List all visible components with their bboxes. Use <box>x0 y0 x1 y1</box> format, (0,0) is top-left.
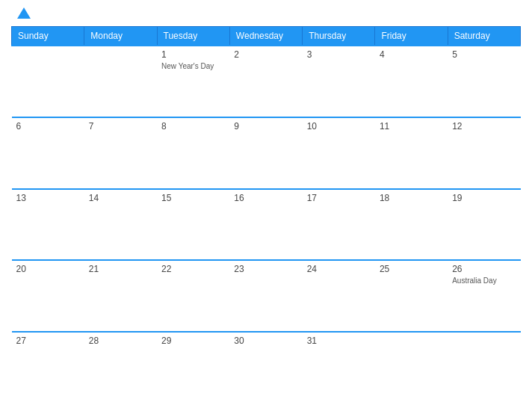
calendar-day-cell: 15 <box>157 189 229 261</box>
day-number: 17 <box>307 193 371 203</box>
calendar-day-cell: 5 <box>448 46 520 117</box>
calendar-day-cell: 24 <box>303 260 375 332</box>
day-number: 28 <box>89 336 152 346</box>
calendar-day-cell: 30 <box>229 332 302 404</box>
calendar-week-row: 1New Year's Day2345 <box>12 46 521 117</box>
logo <box>15 7 31 20</box>
day-number: 11 <box>380 121 443 132</box>
calendar-day-cell: 29 <box>157 332 229 404</box>
calendar-day-cell: 22 <box>157 260 229 332</box>
day-number: 22 <box>161 264 225 274</box>
calendar-day-cell: 27 <box>12 332 84 404</box>
calendar-day-cell: 20 <box>12 260 84 332</box>
calendar-day-cell <box>84 46 157 117</box>
calendar-container: SundayMondayTuesdayWednesdayThursdayFrid… <box>0 0 532 411</box>
calendar-week-row: 2728293031 <box>12 332 521 404</box>
calendar-day-cell: 26Australia Day <box>448 260 520 332</box>
day-number: 25 <box>380 264 443 274</box>
calendar-week-row: 6789101112 <box>12 117 521 189</box>
weekday-header-tuesday: Tuesday <box>157 27 229 46</box>
day-number: 13 <box>16 193 80 203</box>
day-number: 3 <box>307 49 371 60</box>
calendar-day-cell: 18 <box>375 189 448 261</box>
day-number: 15 <box>161 193 225 203</box>
calendar-day-cell: 19 <box>448 189 520 261</box>
calendar-day-cell: 3 <box>303 46 375 117</box>
calendar-day-cell: 1New Year's Day <box>157 46 229 117</box>
calendar-week-row: 13141516171819 <box>12 189 521 261</box>
day-number: 9 <box>234 121 297 132</box>
calendar-day-cell: 31 <box>303 332 375 404</box>
day-number: 19 <box>452 193 516 203</box>
day-number: 8 <box>161 121 225 132</box>
day-number: 1 <box>161 49 225 60</box>
calendar-day-cell <box>448 332 520 404</box>
day-number: 14 <box>89 193 152 203</box>
day-number: 5 <box>452 49 516 60</box>
calendar-day-cell <box>375 332 448 404</box>
day-number: 18 <box>380 193 443 203</box>
day-number: 30 <box>234 336 297 346</box>
calendar-day-cell: 4 <box>375 46 448 117</box>
calendar-day-cell: 14 <box>84 189 157 261</box>
day-number: 16 <box>234 193 297 203</box>
day-number: 27 <box>16 336 80 346</box>
weekday-header-thursday: Thursday <box>303 27 375 46</box>
calendar-day-cell: 8 <box>157 117 229 189</box>
day-number: 7 <box>89 121 152 132</box>
calendar-header <box>11 7 521 20</box>
day-number: 6 <box>16 121 80 132</box>
calendar-day-cell: 9 <box>229 117 302 189</box>
calendar-day-cell <box>12 46 84 117</box>
day-number: 12 <box>452 121 516 132</box>
calendar-day-cell: 21 <box>84 260 157 332</box>
weekday-header-friday: Friday <box>375 27 448 46</box>
calendar-day-cell: 7 <box>84 117 157 189</box>
day-number: 2 <box>234 49 297 60</box>
day-event: New Year's Day <box>161 61 225 71</box>
day-number: 29 <box>161 336 225 346</box>
logo-triangle-icon <box>17 7 31 19</box>
calendar-day-cell: 28 <box>84 332 157 404</box>
day-number: 4 <box>380 49 443 60</box>
day-event: Australia Day <box>452 276 516 285</box>
calendar-table: SundayMondayTuesdayWednesdayThursdayFrid… <box>11 26 521 404</box>
weekday-header-saturday: Saturday <box>448 27 520 46</box>
day-number: 23 <box>234 264 297 274</box>
day-number: 10 <box>307 121 371 132</box>
day-number: 26 <box>452 264 516 274</box>
calendar-week-row: 20212223242526Australia Day <box>12 260 521 332</box>
calendar-day-cell: 13 <box>12 189 84 261</box>
calendar-day-cell: 11 <box>375 117 448 189</box>
calendar-day-cell: 25 <box>375 260 448 332</box>
calendar-day-cell: 23 <box>229 260 302 332</box>
day-number: 31 <box>307 336 371 346</box>
calendar-day-cell: 12 <box>448 117 520 189</box>
weekday-header-row: SundayMondayTuesdayWednesdayThursdayFrid… <box>12 27 521 46</box>
day-number: 20 <box>16 264 80 274</box>
weekday-header-wednesday: Wednesday <box>229 27 302 46</box>
day-number: 24 <box>307 264 371 274</box>
calendar-day-cell: 17 <box>303 189 375 261</box>
calendar-day-cell: 2 <box>229 46 302 117</box>
calendar-day-cell: 10 <box>303 117 375 189</box>
calendar-day-cell: 6 <box>12 117 84 189</box>
weekday-header-monday: Monday <box>84 27 157 46</box>
calendar-day-cell: 16 <box>229 189 302 261</box>
weekday-header-sunday: Sunday <box>12 27 84 46</box>
day-number: 21 <box>89 264 152 274</box>
